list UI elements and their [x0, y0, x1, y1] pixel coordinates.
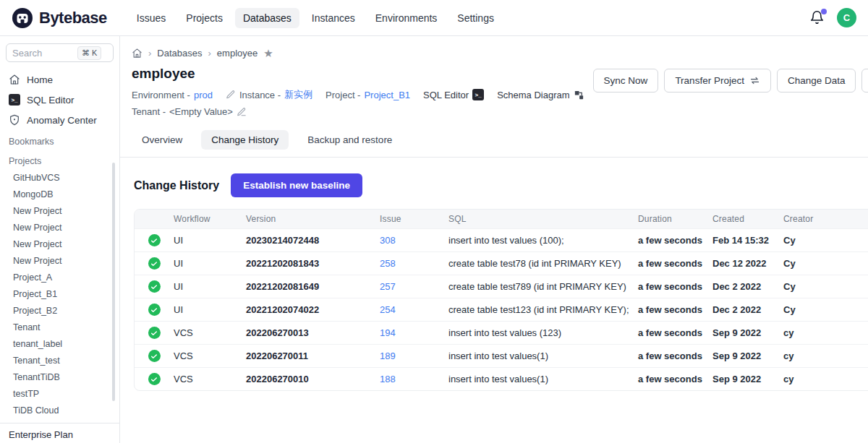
nav-item[interactable]: Projects — [178, 8, 231, 28]
cell-workflow: VCS — [174, 345, 246, 368]
pen-icon — [226, 90, 236, 100]
sidebar-project-item[interactable]: Tenant — [0, 319, 119, 335]
nav-item[interactable]: Environments — [367, 8, 446, 28]
cell-creator: cy — [783, 368, 868, 391]
table-row[interactable]: UI 20230214072448 308 insert into test v… — [135, 229, 868, 252]
project-label: Project - — [326, 90, 360, 100]
tab[interactable]: Change History — [201, 130, 289, 150]
environment-label: Environment - — [132, 90, 190, 100]
change-data-button[interactable]: Change Data — [777, 69, 856, 93]
col-version: Version — [246, 210, 380, 229]
alter-schema-button[interactable]: Alter Schema — [861, 69, 868, 93]
sidebar-project-item[interactable]: New Project — [0, 252, 119, 269]
sql-editor-icon: >_ — [472, 89, 484, 100]
sidebar-item-anomaly-center[interactable]: Anomaly Center — [0, 110, 119, 130]
sidebar-item-label: Home — [27, 74, 53, 85]
cell-version: 20230214072448 — [246, 229, 380, 252]
search-input[interactable] — [12, 48, 77, 59]
project-link[interactable]: Project_B1 — [364, 90, 410, 100]
cell-created: Sep 9 2022 — [712, 345, 783, 368]
breadcrumb-employee[interactable]: employee — [217, 48, 258, 59]
issue-link[interactable]: 189 — [380, 350, 396, 361]
tab[interactable]: Backup and restore — [297, 130, 402, 150]
issue-link[interactable]: 194 — [380, 327, 396, 338]
cell-duration: a few seconds — [638, 298, 712, 322]
issue-link[interactable]: 254 — [380, 304, 396, 315]
issue-link[interactable]: 308 — [380, 235, 396, 246]
sidebar-project-item[interactable]: New Project — [0, 236, 119, 252]
cell-duration: a few seconds — [638, 229, 712, 252]
sidebar-item-sql-editor[interactable]: >_ SQL Editor — [0, 90, 119, 110]
sidebar-project-item[interactable]: New Project — [0, 202, 119, 219]
notifications-button[interactable] — [809, 10, 825, 26]
cell-creator: cy — [783, 345, 868, 368]
establish-baseline-button[interactable]: Establish new baseline — [231, 173, 362, 197]
edit-pencil-icon[interactable] — [237, 107, 247, 117]
database-tabs: OverviewChange HistoryBackup and restore — [120, 122, 868, 158]
meta-line-1: Environment - prod Instance - 新实例 — [132, 88, 593, 101]
sidebar-project-item[interactable]: testTP — [0, 385, 119, 402]
success-check-icon — [148, 257, 161, 270]
sidebar-project-item[interactable]: Project_B2 — [0, 302, 119, 319]
page-title: employee — [132, 66, 593, 82]
breadcrumb-databases[interactable]: Databases — [157, 48, 202, 59]
schema-diagram-icon — [574, 90, 584, 100]
nav-item[interactable]: Settings — [449, 8, 502, 28]
cell-created: Feb 14 15:32 — [712, 229, 783, 252]
table-row[interactable]: UI 20221202081649 257 create table test7… — [135, 275, 868, 298]
sidebar-project-item[interactable]: New Project — [0, 219, 119, 236]
issue-link[interactable]: 258 — [380, 258, 396, 269]
cell-duration: a few seconds — [638, 275, 712, 298]
col-sql: SQL — [448, 210, 638, 229]
sidebar-project-item[interactable]: Project_A — [0, 269, 119, 285]
section-title: Change History — [134, 179, 219, 192]
tab[interactable]: Overview — [132, 130, 192, 150]
change-history-table: Workflow Version Issue SQL Duration Crea… — [135, 210, 868, 390]
transfer-project-button[interactable]: Transfer Project — [664, 69, 771, 93]
sql-editor-link[interactable]: SQL Editor >_ — [423, 89, 484, 100]
nav-item[interactable]: Issues — [129, 8, 174, 28]
favorite-star-icon[interactable]: ★ — [263, 48, 273, 59]
sidebar-project-item[interactable]: TiDB Cloud — [0, 402, 119, 418]
sidebar-project-item[interactable]: Project_B1 — [0, 285, 119, 302]
nav-item[interactable]: Databases — [235, 8, 299, 28]
plan-label[interactable]: Enterprise Plan — [0, 423, 119, 443]
success-check-icon — [148, 350, 161, 362]
sidebar-project-item[interactable]: TenantTiDB — [0, 369, 119, 385]
avatar[interactable]: C — [837, 8, 856, 27]
instance-link[interactable]: 新实例 — [284, 88, 312, 101]
sidebar-project-item[interactable]: tenant_label — [0, 335, 119, 352]
sidebar-scrollbar[interactable] — [112, 163, 115, 401]
cell-created: Sep 9 2022 — [712, 322, 783, 345]
bytebase-logo[interactable]: Bytebase — [12, 7, 107, 29]
home-icon[interactable] — [132, 48, 142, 59]
cell-workflow: UI — [174, 298, 246, 322]
cell-creator: Cy — [783, 298, 868, 322]
table-row[interactable]: VCS 202206270010 188 insert into test va… — [135, 368, 868, 391]
brand-name: Bytebase — [39, 9, 107, 27]
sidebar-project-item[interactable]: Tenant_test — [0, 352, 119, 369]
sidebar-project-item[interactable]: MongoDB — [0, 186, 119, 202]
table-row[interactable]: UI 20221202074022 254 create table test1… — [135, 298, 868, 322]
bytebase-logo-icon — [12, 7, 33, 29]
cell-creator: Cy — [783, 229, 868, 252]
cell-duration: a few seconds — [638, 322, 712, 345]
nav-item[interactable]: Instances — [304, 8, 363, 28]
issue-link[interactable]: 188 — [380, 374, 396, 384]
cell-sql: insert into test values(1) — [448, 368, 638, 391]
notification-dot — [821, 9, 827, 14]
sidebar-item-home[interactable]: Home — [0, 69, 119, 90]
sync-now-button[interactable]: Sync Now — [593, 69, 659, 93]
issue-link[interactable]: 257 — [380, 281, 396, 292]
tenant-label: Tenant - — [132, 106, 166, 117]
table-row[interactable]: VCS 202206270013 194 insert into test va… — [135, 322, 868, 345]
search-box[interactable]: ⌘ K — [6, 43, 114, 62]
sidebar-project-item[interactable]: GitHubVCS — [0, 169, 119, 186]
table-header-row: Workflow Version Issue SQL Duration Crea… — [135, 210, 868, 229]
table-row[interactable]: UI 20221202081843 258 create table test7… — [135, 252, 868, 275]
environment-link[interactable]: prod — [194, 90, 213, 100]
sidebar-item-label: SQL Editor — [27, 95, 75, 106]
tenant-value: <Empty Value> — [169, 106, 233, 117]
table-row[interactable]: VCS 202206270011 189 insert into test va… — [135, 345, 868, 368]
schema-diagram-link[interactable]: Schema Diagram — [497, 90, 584, 100]
